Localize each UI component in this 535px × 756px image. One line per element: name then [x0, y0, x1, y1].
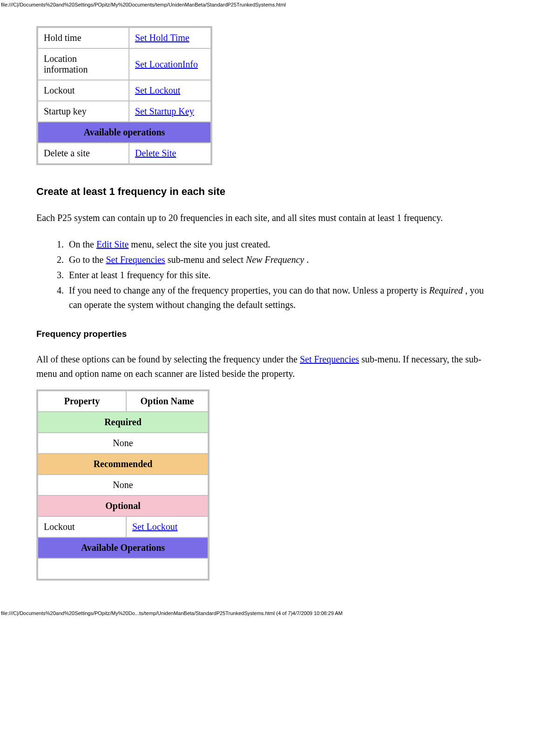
text-fragment: Go to the: [69, 254, 106, 265]
property-cell: Location information: [38, 49, 129, 80]
list-item: Enter at least 1 frequency for this site…: [66, 268, 499, 282]
option-name-header: Option Name: [127, 391, 208, 411]
none-cell: None: [38, 475, 208, 495]
table-row: Startup key Set Startup Key: [38, 101, 210, 121]
none-cell: None: [38, 433, 208, 453]
header-url: file:///C|/Documents%20and%20Settings/PO…: [0, 0, 535, 7]
page-content: Hold time Set Hold Time Location informa…: [0, 26, 535, 581]
section-row: Available operations: [38, 122, 210, 142]
required-header: Required: [38, 412, 208, 432]
set-startup-key-link[interactable]: Set Startup Key: [135, 106, 194, 116]
list-item: If you need to change any of the frequen…: [66, 283, 499, 312]
edit-site-link[interactable]: Edit Site: [96, 239, 129, 249]
paragraph: Each P25 system can contain up to 20 fre…: [36, 211, 499, 225]
table-row: Lockout Set Lockout: [38, 80, 210, 100]
set-lockout-link-2[interactable]: Set Lockout: [132, 522, 177, 532]
table-row: Lockout Set Lockout: [38, 517, 208, 537]
section-row: Required: [38, 412, 208, 432]
property-cell: Startup key: [38, 101, 129, 121]
emphasis: Required: [429, 285, 463, 295]
paragraph: All of these options can be found by sel…: [36, 352, 499, 381]
steps-list: On the Edit Site menu, select the site y…: [36, 237, 499, 312]
option-cell: Set Hold Time: [129, 28, 210, 48]
set-frequencies-link[interactable]: Set Frequencies: [106, 254, 165, 265]
text-fragment: On the: [69, 239, 96, 249]
table-row: Location information Set LocationInfo: [38, 49, 210, 80]
option-cell: Set Lockout: [129, 80, 210, 100]
property-cell: Hold time: [38, 28, 129, 48]
emphasis: New Frequency: [246, 254, 304, 265]
list-item: On the Edit Site menu, select the site y…: [66, 237, 499, 252]
create-frequency-heading: Create at least 1 frequency in each site: [36, 186, 499, 198]
property-cell: Lockout: [38, 517, 126, 537]
table-row: Hold time Set Hold Time: [38, 28, 210, 48]
set-locationinfo-link[interactable]: Set LocationInfo: [135, 59, 198, 69]
table-header-row: Property Option Name: [38, 391, 208, 411]
option-cell: Set Startup Key: [129, 101, 210, 121]
text-fragment: .: [304, 254, 309, 265]
option-cell: Set LocationInfo: [129, 49, 210, 80]
set-lockout-link[interactable]: Set Lockout: [135, 85, 180, 95]
empty-cell: [38, 559, 208, 579]
table-row: [38, 559, 208, 579]
list-item: Go to the Set Frequencies sub-menu and s…: [66, 253, 499, 267]
option-cell: Set Lockout: [127, 517, 208, 537]
set-frequencies-link-2[interactable]: Set Frequencies: [300, 354, 359, 364]
table-row: None: [38, 475, 208, 495]
section-row: Recommended: [38, 454, 208, 474]
text-fragment: If you need to change any of the frequen…: [69, 285, 429, 295]
property-cell: Lockout: [38, 80, 129, 100]
footer-url: file:///C|/Documents%20and%20Settings/PO…: [0, 581, 535, 616]
text-fragment: menu, select the site you just created.: [129, 239, 270, 249]
optional-header: Optional: [38, 496, 208, 516]
delete-site-link[interactable]: Delete Site: [135, 148, 176, 158]
section-row: Available Operations: [38, 538, 208, 558]
option-cell: Delete Site: [129, 143, 210, 163]
recommended-header: Recommended: [38, 454, 208, 474]
table-row: None: [38, 433, 208, 453]
available-operations-header: Available operations: [38, 122, 210, 142]
frequency-properties-table: Property Option Name Required None Recom…: [36, 389, 210, 581]
text-fragment: sub-menu and select: [165, 254, 246, 265]
property-cell: Delete a site: [38, 143, 129, 163]
site-properties-table: Hold time Set Hold Time Location informa…: [36, 26, 212, 165]
set-hold-time-link[interactable]: Set Hold Time: [135, 33, 190, 43]
section-row: Optional: [38, 496, 208, 516]
available-operations-header-2: Available Operations: [38, 538, 208, 558]
text-fragment: All of these options can be found by sel…: [36, 354, 300, 364]
frequency-properties-heading: Frequency properties: [36, 329, 499, 339]
table-row: Delete a site Delete Site: [38, 143, 210, 163]
property-header: Property: [38, 391, 126, 411]
